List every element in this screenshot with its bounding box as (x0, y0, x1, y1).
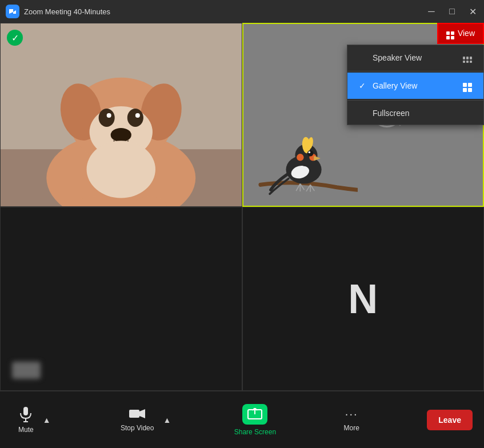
svg-point-28 (307, 150, 313, 157)
zoom-logo (6, 5, 19, 18)
speaker-view-icon (463, 52, 472, 63)
stop-video-group: Stop Video ▲ (114, 403, 173, 437)
svg-point-13 (111, 128, 131, 142)
svg-point-12 (135, 113, 140, 118)
gallery-view-option[interactable]: ✓ Gallery View (347, 73, 483, 99)
more-dots-icon: ··· (345, 407, 358, 421)
shield-icon: ✓ (7, 30, 23, 46)
video-cell-n: N (242, 207, 485, 391)
svg-rect-33 (129, 410, 139, 418)
view-button-container: View Speaker View ✓ Gallery View (437, 23, 484, 44)
svg-point-9 (99, 109, 115, 127)
grid-icon (446, 27, 454, 39)
more-button[interactable]: ··· More (337, 403, 366, 437)
view-button[interactable]: View (437, 23, 484, 44)
svg-marker-34 (139, 409, 145, 418)
mute-group: Mute ▲ (11, 402, 53, 438)
svg-point-10 (127, 109, 143, 127)
video-chevron-button[interactable]: ▲ (161, 413, 173, 427)
window-controls: ─ □ ✕ (426, 6, 478, 17)
more-label: More (344, 424, 359, 432)
maximize-button[interactable]: □ (446, 6, 458, 17)
participant-initial: N (348, 275, 378, 322)
toolbar: Mute ▲ Stop Video ▲ Share Screen ··· (0, 391, 484, 448)
share-screen-label: Share Screen (234, 428, 276, 436)
title-bar: Zoom Meeting 40-Minutes ─ □ ✕ (0, 0, 484, 23)
security-badge: ✓ (7, 30, 23, 46)
mute-chevron-button[interactable]: ▲ (41, 413, 53, 427)
svg-point-11 (107, 113, 111, 118)
gallery-view-icon (463, 79, 472, 92)
fullscreen-option[interactable]: Fullscreen (347, 102, 483, 125)
dog-photo (1, 23, 242, 206)
view-button-label: View (458, 29, 475, 38)
mute-button[interactable]: Mute (11, 402, 41, 438)
mute-label: Mute (18, 426, 34, 434)
close-button[interactable]: ✕ (467, 6, 478, 17)
leave-button[interactable]: Leave (427, 410, 473, 430)
fullscreen-label: Fullscreen (373, 109, 410, 118)
svg-point-14 (87, 141, 155, 198)
title-bar-left: Zoom Meeting 40-Minutes (6, 5, 110, 18)
menu-divider-2 (347, 100, 483, 101)
camera-icon (129, 408, 146, 421)
minimize-button[interactable]: ─ (426, 6, 437, 17)
gallery-view-label: Gallery View (373, 81, 417, 90)
blurred-avatar (12, 362, 41, 379)
svg-point-26 (297, 154, 303, 161)
speaker-view-option[interactable]: Speaker View (347, 45, 483, 70)
share-screen-group[interactable]: Share Screen (234, 404, 276, 436)
app-title: Zoom Meeting 40-Minutes (24, 7, 110, 16)
mic-icon (19, 406, 32, 422)
stop-video-label: Stop Video (121, 424, 154, 432)
speaker-view-label: Speaker View (373, 53, 422, 62)
svg-rect-30 (23, 407, 28, 415)
video-cell-blurred (0, 207, 242, 391)
more-group: ··· More (337, 403, 366, 437)
share-screen-icon-wrap (242, 404, 267, 425)
menu-divider (347, 71, 483, 71)
active-checkmark: ✓ (359, 81, 368, 90)
bird-illustration (255, 109, 358, 200)
svg-point-29 (308, 151, 310, 154)
stop-video-button[interactable]: Stop Video (114, 403, 161, 437)
view-dropdown-menu: Speaker View ✓ Gallery View (347, 45, 484, 125)
share-screen-icon (247, 408, 262, 421)
video-cell-dog (0, 23, 242, 207)
